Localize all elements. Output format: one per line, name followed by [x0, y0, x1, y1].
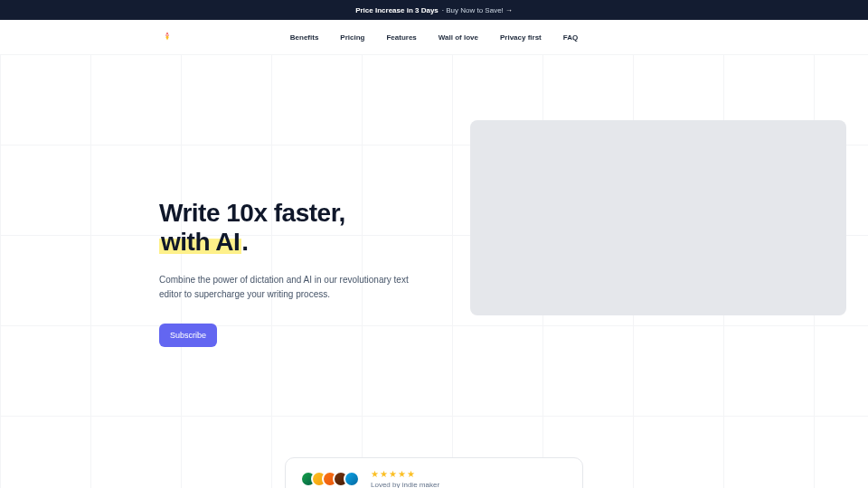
nav-benefits[interactable]: Benefits — [290, 33, 319, 42]
hero-video-placeholder[interactable] — [470, 120, 846, 315]
hero-title: Write 10x faster, with AI. — [159, 199, 448, 257]
banner-text: · Buy Now to Save! — [442, 6, 504, 14]
star-icon: ★ — [380, 469, 388, 479]
subscribe-button[interactable]: Subscribe — [159, 324, 217, 347]
promo-banner[interactable]: Price Increase in 3 Days · Buy Now to Sa… — [0, 0, 868, 20]
avatar-stack — [300, 471, 360, 487]
hero-subtitle: Combine the power of dictation and AI in… — [159, 273, 412, 302]
main-nav: Benefits Pricing Features Wall of love P… — [290, 33, 578, 42]
nav-wall-of-love[interactable]: Wall of love — [439, 33, 478, 42]
social-proof-card: ★ ★ ★ ★ ★ Loved by indie maker — [285, 457, 583, 488]
social-proof-text: Loved by indie maker — [371, 481, 439, 488]
star-icon: ★ — [371, 469, 379, 479]
arrow-right-icon: → — [505, 6, 513, 14]
hero-title-line1: Write 10x faster, — [159, 199, 345, 227]
avatar — [344, 471, 360, 487]
nav-faq[interactable]: FAQ — [563, 33, 578, 42]
nav-pricing[interactable]: Pricing — [340, 33, 364, 42]
header: Benefits Pricing Features Wall of love P… — [0, 20, 868, 54]
star-rating: ★ ★ ★ ★ ★ — [371, 469, 439, 479]
hero-title-highlight: with AI — [159, 228, 241, 256]
star-icon: ★ — [389, 469, 397, 479]
nav-privacy[interactable]: Privacy first — [500, 33, 542, 42]
star-icon: ★ — [398, 469, 406, 479]
hero-title-period: . — [241, 228, 248, 256]
svg-point-0 — [166, 34, 168, 36]
star-icon: ★ — [407, 469, 415, 479]
banner-bold-text: Price Increase in 3 Days — [355, 6, 439, 14]
nav-features[interactable]: Features — [386, 33, 416, 42]
logo-rocket-icon[interactable] — [161, 31, 174, 43]
